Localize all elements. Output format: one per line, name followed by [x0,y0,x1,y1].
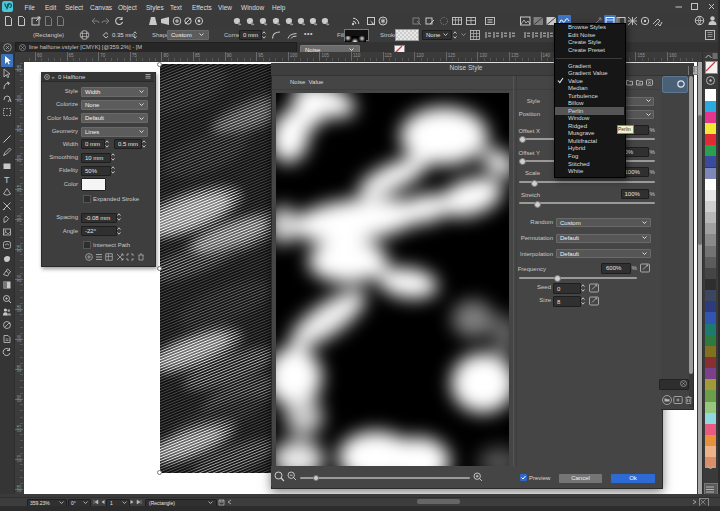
svg-text:T: T [4,174,10,184]
